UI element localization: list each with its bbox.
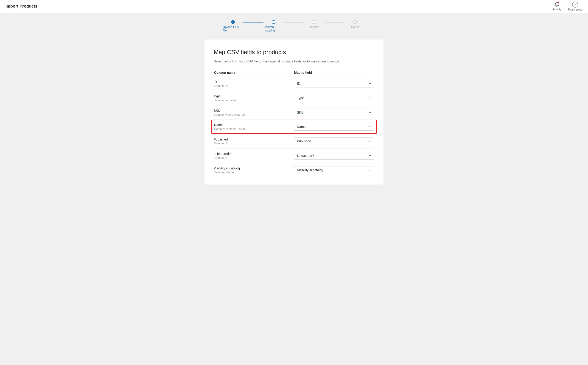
field-sample-6: Sample: visible [214, 171, 294, 174]
step-column-mapping[interactable]: Column mapping [263, 20, 284, 32]
select-column-5[interactable]: IDTypeSKUNamePublishedIs featured?Visibi… [294, 152, 374, 160]
field-column-0: IDSample: 44 [214, 80, 294, 87]
app-header: Import Products Activity Finish setup [0, 0, 588, 13]
card-title: Map CSV fields to products [214, 49, 374, 56]
header-actions: Activity Finish setup [553, 2, 582, 11]
column-name-header: Column name [214, 71, 294, 74]
field-sample-3: Sample: V-Neck T-Shirt [214, 127, 294, 131]
field-sample-5: Sample: 1 [214, 156, 294, 160]
featured-row: Is featured?Sample: 1IDTypeSKUNamePublis… [214, 148, 374, 163]
step-2-label: Column mapping [263, 25, 284, 32]
map-to-field-header: Map to field [294, 71, 374, 74]
map-select-5[interactable]: IDTypeSKUNamePublishedIs featured?Visibi… [294, 152, 374, 160]
id-row: IDSample: 44IDTypeSKUNamePublishedIs fea… [214, 76, 374, 91]
mapping-table-header: Column name Map to field [214, 71, 374, 74]
map-select-4[interactable]: IDTypeSKUNamePublishedIs featured?Visibi… [294, 137, 374, 145]
stepper: Upload CSV file Column mapping Import [214, 20, 374, 32]
select-column-6[interactable]: IDTypeSKUNamePublishedIs featured?Visibi… [294, 166, 374, 174]
field-column-1: TypeSample: variable [214, 94, 294, 102]
field-sample-4: Sample: 1 [214, 142, 294, 145]
step-import[interactable]: Import [304, 20, 325, 29]
step-4-label: Done! [351, 25, 359, 29]
field-name-0: ID [214, 80, 294, 84]
field-column-4: PublishedSample: 1 [214, 138, 294, 145]
field-column-5: Is featured?Sample: 1 [214, 152, 294, 160]
mapping-card: Map CSV fields to products Select fields… [205, 40, 383, 185]
finish-setup-icon [572, 2, 578, 7]
field-name-6: Visibility in catalog [214, 166, 294, 170]
activity-icon [554, 2, 560, 7]
page-title: Import Products [6, 4, 37, 9]
field-column-2: SKUSample: woo-vneck-tee [214, 109, 294, 116]
step-3-label: Import [310, 25, 318, 29]
select-column-0[interactable]: IDTypeSKUNamePublishedIs featured?Visibi… [294, 80, 374, 87]
finish-setup-label: Finish setup [567, 8, 582, 11]
map-select-3[interactable]: IDTypeSKUNamePublishedIs featured?Visibi… [294, 123, 374, 131]
field-name-4: Published [214, 138, 294, 141]
step-done[interactable]: Done! [345, 20, 365, 29]
field-name-3: Name [214, 123, 294, 127]
sku-row: SKUSample: woo-vneck-teeIDTypeSKUNamePub… [214, 105, 374, 119]
card-description: Select fields from your CSV file to map … [214, 59, 374, 64]
field-column-6: Visibility in catalogSample: visible [214, 166, 294, 174]
field-sample-1: Sample: variable [214, 98, 294, 102]
step-1-circle [231, 20, 235, 24]
map-select-1[interactable]: IDTypeSKUNamePublishedIs featured?Visibi… [294, 94, 374, 102]
activity-button[interactable]: Activity [553, 2, 561, 11]
select-column-4[interactable]: IDTypeSKUNamePublishedIs featured?Visibi… [294, 137, 374, 145]
step-2-circle [272, 20, 275, 24]
connector-3-4 [325, 22, 345, 22]
finish-setup-button[interactable]: Finish setup [567, 2, 582, 11]
step-3-circle [313, 20, 316, 24]
name-row: NameSample: V-Neck T-ShirtIDTypeSKUNameP… [211, 119, 377, 134]
select-column-3[interactable]: IDTypeSKUNamePublishedIs featured?Visibi… [294, 123, 374, 131]
activity-notification-dot [558, 2, 560, 4]
published-row: PublishedSample: 1IDTypeSKUNamePublished… [214, 134, 374, 148]
type-row: TypeSample: variableIDTypeSKUNamePublish… [214, 91, 374, 105]
field-sample-0: Sample: 44 [214, 84, 294, 87]
select-column-2[interactable]: IDTypeSKUNamePublishedIs featured?Visibi… [294, 109, 374, 116]
map-select-6[interactable]: IDTypeSKUNamePublishedIs featured?Visibi… [294, 166, 374, 174]
visibility-row: Visibility in catalogSample: visibleIDTy… [214, 163, 374, 177]
connector-2-3 [284, 22, 304, 22]
step-4-circle [353, 20, 357, 24]
select-column-1[interactable]: IDTypeSKUNamePublishedIs featured?Visibi… [294, 94, 374, 102]
step-1-label: Upload CSV file [223, 25, 243, 32]
field-name-1: Type [214, 94, 294, 98]
field-sample-2: Sample: woo-vneck-tee [214, 113, 294, 116]
step-upload-csv[interactable]: Upload CSV file [223, 20, 243, 32]
mapping-rows-container: IDSample: 44IDTypeSKUNamePublishedIs fea… [214, 76, 374, 177]
connector-1-2 [243, 22, 264, 22]
map-select-0[interactable]: IDTypeSKUNamePublishedIs featured?Visibi… [294, 80, 374, 87]
map-select-2[interactable]: IDTypeSKUNamePublishedIs featured?Visibi… [294, 109, 374, 116]
field-column-3: NameSample: V-Neck T-Shirt [214, 123, 294, 131]
field-name-5: Is featured? [214, 152, 294, 156]
activity-label: Activity [553, 8, 561, 11]
main-content: Upload CSV file Column mapping Import [0, 13, 588, 192]
field-name-2: SKU [214, 109, 294, 112]
